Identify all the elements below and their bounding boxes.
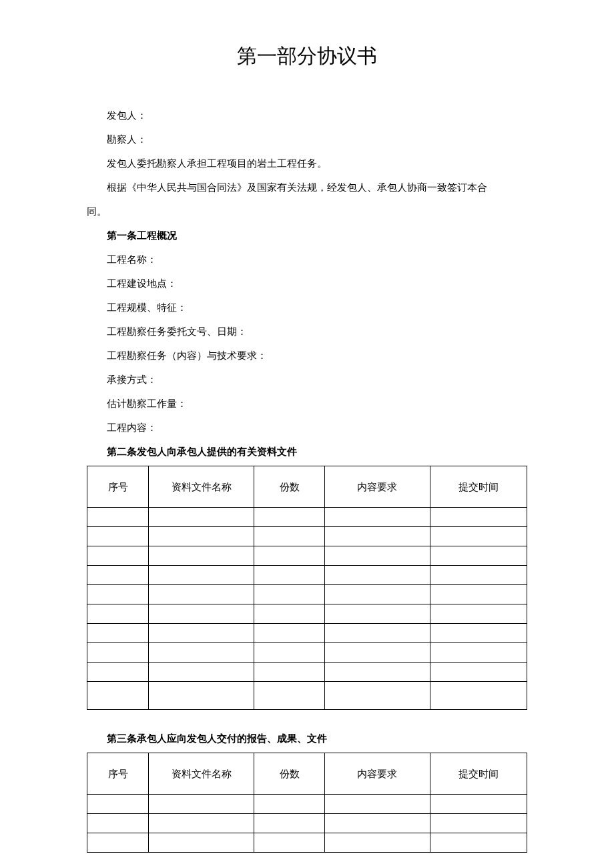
article1-heading: 第一条工程概况 (87, 226, 527, 246)
table-header: 序号 (87, 466, 149, 508)
table-header: 序号 (87, 753, 149, 795)
article1-item: 工程规模、特征： (87, 298, 527, 318)
article1-item: 工程勘察任务委托文号、日期： (87, 322, 527, 342)
table-row (87, 663, 527, 682)
intro-line-4b: 同。 (87, 201, 527, 222)
article2-table: 序号 资料文件名称 份数 内容要求 提交时间 (87, 466, 527, 710)
table-header-row: 序号 资料文件名称 份数 内容要求 提交时间 (87, 466, 527, 508)
article1-item: 工程名称： (87, 250, 527, 270)
table-row (87, 508, 527, 527)
table-header: 资料文件名称 (149, 753, 254, 795)
article2-heading: 第二条发包人向承包人提供的有关资料文件 (87, 442, 527, 462)
intro-line-3: 发包人委托勘察人承担工程项目的岩土工程任务。 (87, 153, 527, 173)
table-header: 资料文件名称 (149, 466, 254, 508)
intro-line-2: 勘察人： (87, 129, 527, 149)
intro-line-1: 发包人： (87, 105, 527, 125)
table-header: 份数 (254, 466, 324, 508)
article1-item: 工程勘察任务（内容）与技术要求： (87, 346, 527, 366)
table-header: 内容要求 (324, 466, 430, 508)
table-row (87, 604, 527, 624)
document-title: 第一部分协议书 (87, 40, 527, 72)
article3-table: 序号 资料文件名称 份数 内容要求 提交时间 (87, 753, 527, 853)
table-row (87, 833, 527, 853)
table-row (87, 585, 527, 604)
article3-heading: 第三条承包人应向发包人交付的报告、成果、文件 (87, 729, 527, 749)
article1-item: 承接方式： (87, 370, 527, 390)
table-row (87, 643, 527, 663)
article1-item: 工程建设地点： (87, 274, 527, 294)
article1-item: 估计勘察工作量： (87, 394, 527, 414)
table-row (87, 546, 527, 566)
table-header: 提交时间 (430, 753, 527, 795)
table-row (87, 814, 527, 833)
table-row (87, 527, 527, 546)
table-header: 份数 (254, 753, 324, 795)
table-header-row: 序号 资料文件名称 份数 内容要求 提交时间 (87, 753, 527, 795)
intro-line-4a: 根据《中华人民共与国合同法》及国家有关法规，经发包人、承包人协商一致签订本合 (87, 177, 527, 197)
table-header: 内容要求 (324, 753, 430, 795)
table-row (87, 795, 527, 814)
table-header: 提交时间 (430, 466, 527, 508)
table-row (87, 682, 527, 710)
article1-item: 工程内容： (87, 418, 527, 438)
table-row (87, 566, 527, 585)
table-row (87, 624, 527, 643)
